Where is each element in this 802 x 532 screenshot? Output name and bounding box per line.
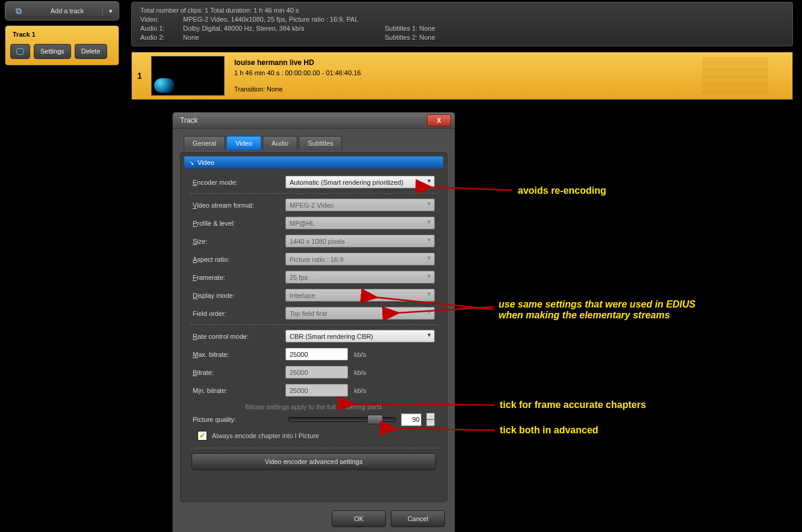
picture-quality-value[interactable]: 90	[401, 413, 421, 426]
tab-video[interactable]: Video	[226, 136, 261, 150]
dialog-title: Track	[180, 116, 198, 125]
field-order-select: Top field first	[285, 307, 435, 320]
max-bitrate-input[interactable]: 25000	[285, 348, 348, 360]
min-bitrate-input: 25000	[285, 384, 348, 397]
display-mode-select: Interlace	[285, 289, 435, 302]
clip-time: 1 h 46 min 40 s : 00:00:00.00 - 01:46:40…	[234, 68, 361, 78]
add-track-dropdown[interactable]: ▾	[102, 7, 119, 15]
clip-strip[interactable]: 1 louise hermann live HD 1 h 46 min 40 s…	[131, 52, 793, 100]
bitrate-note: Bitrate settings apply to the full rende…	[184, 401, 443, 412]
track-delete-button[interactable]: Delete	[75, 44, 107, 59]
picture-quality-slider[interactable]	[288, 417, 396, 422]
track-title: Track 1	[10, 31, 114, 38]
video-section-header: Video	[184, 156, 443, 169]
annotation-1: avoids re-encoding	[518, 185, 606, 196]
add-track-bar[interactable]: ⧉ Add a track ▾	[5, 1, 119, 20]
annotation-2b: when making the elementary streams	[499, 310, 670, 321]
cancel-button[interactable]: Cancel	[391, 510, 445, 527]
track-settings-button[interactable]: Settings	[34, 44, 71, 59]
tab-general[interactable]: General	[184, 136, 225, 150]
picture-quality-stepper[interactable]: ▲▼	[426, 413, 435, 426]
encode-chapter-label: Always encode chapter into I Picture	[212, 432, 319, 439]
clip-transition: Transition: None	[234, 84, 361, 94]
tab-audio[interactable]: Audio	[263, 136, 297, 150]
advanced-settings-button[interactable]: Video encoder advanced settings	[191, 453, 436, 470]
summary-bar: Total number of clips: 1 Total duration:…	[131, 2, 793, 46]
aspect-ratio-select: Picture ratio : 16:9	[285, 253, 435, 265]
video-stream-format-select: MPEG-2 Video	[285, 199, 435, 211]
rate-control-mode-select[interactable]: CBR (Smart rendering CBR)	[285, 330, 435, 342]
filmstrip-icon	[702, 57, 768, 94]
tab-subtitles[interactable]: Subtitles	[299, 136, 342, 150]
track-dialog: Track X General Video Audio Subtitles Vi…	[172, 112, 455, 532]
bitrate-input: 25000	[285, 366, 348, 379]
annotation-3: tick for frame accurate chapters	[500, 400, 646, 410]
annotation-2a: use same settings that were used in EDIU…	[499, 299, 695, 310]
encoder-mode-select[interactable]: Automatic (Smart rendering prioritized)	[285, 176, 435, 188]
summary-line1: Total number of clips: 1 Total duration:…	[140, 6, 784, 15]
clip-index: 1	[132, 71, 148, 81]
close-button[interactable]: X	[427, 114, 451, 126]
add-track-label: Add a track	[32, 7, 102, 14]
ok-button[interactable]: OK	[332, 510, 386, 527]
add-track-icon: ⧉	[5, 6, 32, 16]
track-card: Track 1 🖵 Settings Delete	[5, 25, 119, 66]
profile-level-select: MP@HL	[285, 217, 435, 229]
annotation-4: tick both in advanced	[500, 425, 598, 436]
framerate-select: 25 fps	[285, 271, 435, 283]
size-select: 1440 x 1080 pixels	[285, 235, 435, 247]
clip-thumbnail	[151, 56, 225, 96]
clip-title: louise hermann live HD	[234, 58, 361, 68]
encode-chapter-checkbox[interactable]: ✔	[197, 431, 207, 441]
track-preview-button[interactable]: 🖵	[10, 44, 30, 59]
